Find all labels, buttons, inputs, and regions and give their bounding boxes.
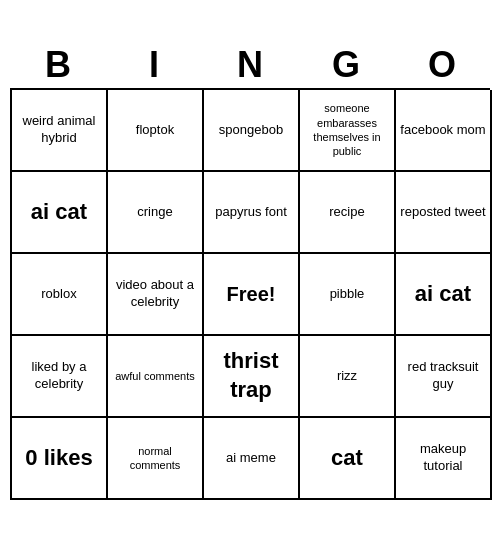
bingo-cell[interactable]: thrist trap: [204, 336, 300, 418]
bingo-cell[interactable]: papyrus font: [204, 172, 300, 254]
letter-o: O: [398, 44, 486, 86]
bingo-cell[interactable]: normal comments: [108, 418, 204, 500]
bingo-cell[interactable]: reposted tweet: [396, 172, 492, 254]
bingo-cell[interactable]: ai cat: [396, 254, 492, 336]
bingo-cell[interactable]: makeup tutorial: [396, 418, 492, 500]
bingo-cell[interactable]: video about a celebrity: [108, 254, 204, 336]
letter-g: G: [302, 44, 390, 86]
bingo-cell[interactable]: rizz: [300, 336, 396, 418]
bingo-cell[interactable]: ai meme: [204, 418, 300, 500]
bingo-cell[interactable]: awful comments: [108, 336, 204, 418]
letter-b: B: [14, 44, 102, 86]
bingo-cell[interactable]: facebook mom: [396, 90, 492, 172]
letter-n: N: [206, 44, 294, 86]
bingo-cell[interactable]: ai cat: [12, 172, 108, 254]
bingo-cell[interactable]: roblox: [12, 254, 108, 336]
bingo-cell[interactable]: weird animal hybrid: [12, 90, 108, 172]
bingo-cell[interactable]: 0 likes: [12, 418, 108, 500]
bingo-cell[interactable]: someone embarasses themselves in public: [300, 90, 396, 172]
bingo-title: B I N G O: [10, 44, 490, 86]
bingo-cell[interactable]: pibble: [300, 254, 396, 336]
bingo-cell[interactable]: red tracksuit guy: [396, 336, 492, 418]
bingo-card: B I N G O weird animal hybridfloptokspon…: [10, 44, 490, 500]
bingo-grid: weird animal hybridfloptokspongebobsomeo…: [10, 88, 490, 500]
bingo-cell[interactable]: liked by a celebrity: [12, 336, 108, 418]
letter-i: I: [110, 44, 198, 86]
bingo-cell[interactable]: floptok: [108, 90, 204, 172]
bingo-cell[interactable]: recipe: [300, 172, 396, 254]
bingo-cell[interactable]: Free!: [204, 254, 300, 336]
bingo-cell[interactable]: cringe: [108, 172, 204, 254]
bingo-cell[interactable]: spongebob: [204, 90, 300, 172]
bingo-cell[interactable]: cat: [300, 418, 396, 500]
